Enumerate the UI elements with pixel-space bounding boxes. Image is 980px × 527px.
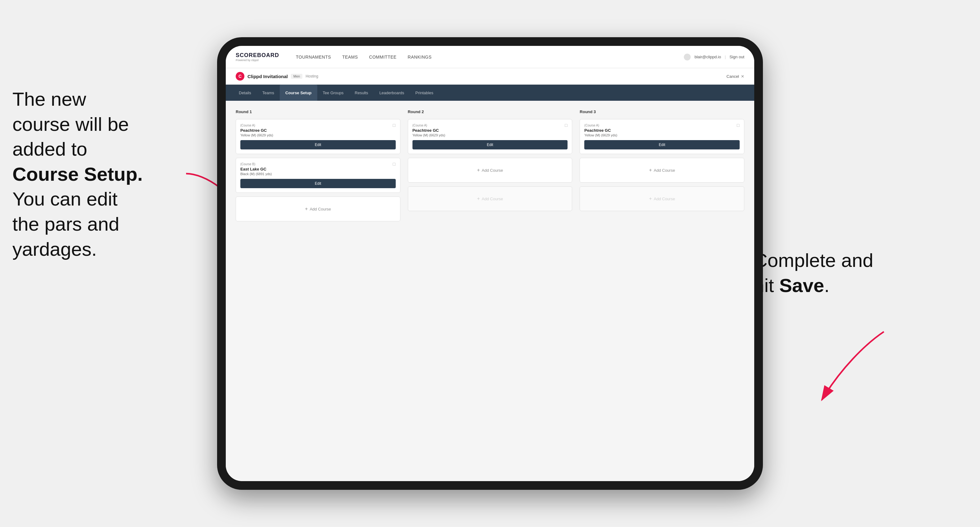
edit-course-a-r3-button[interactable]: Edit [584, 140, 740, 149]
add-course-r3-disabled-plus-icon: + [649, 196, 652, 202]
course-name-b-r1: East Lake GC [240, 167, 396, 171]
annotation-line-2: course will be [13, 113, 129, 135]
annotation-line-7: yardages. [13, 238, 97, 260]
course-info-a-r1: Yellow (M) (6629 yds) [240, 133, 396, 137]
nav-links: TOURNAMENTS TEAMS COMMITTEE RANKINGS [290, 46, 684, 68]
add-course-r3-button[interactable]: + Add Course [580, 158, 744, 183]
tournament-gender: Men [291, 74, 302, 79]
tab-course-setup[interactable]: Course Setup [280, 85, 317, 101]
tablet: SCOREBOARD Powered by clippd TOURNAMENTS… [217, 37, 763, 490]
annotation-line-3: added to [13, 138, 87, 160]
tab-tee-groups[interactable]: Tee Groups [317, 85, 349, 101]
sub-header-left: C Clippd Invitational Men Hosting [236, 72, 318, 81]
annotation-right-line1: Complete and [754, 249, 873, 271]
delete-course-a-r2-icon[interactable]: □ [563, 122, 569, 128]
clippd-logo: C [236, 72, 244, 81]
round-3-label: Round 3 [580, 110, 744, 114]
course-name-a-r1: Peachtree GC [240, 128, 396, 133]
tournament-name: Clippd Invitational [248, 74, 288, 79]
tab-details[interactable]: Details [233, 85, 257, 101]
course-badge-a-r1: (Course A) [240, 124, 396, 127]
annotation-line-5: You can edit [13, 188, 118, 210]
right-arrow [797, 325, 896, 406]
add-course-r1-label: Add Course [310, 207, 331, 211]
add-course-r2-disabled-plus-icon: + [477, 196, 480, 202]
tab-printables[interactable]: Printables [410, 85, 439, 101]
rounds-grid: Round 1 □ (Course A) Peachtree GC Yellow… [236, 110, 744, 221]
add-course-r2-plus-icon: + [477, 167, 480, 173]
add-course-r3-disabled-label: Add Course [654, 197, 675, 201]
round-3-column: Round 3 □ (Course A) Peachtree GC Yellow… [580, 110, 744, 221]
user-avatar [684, 54, 690, 60]
sign-out-link[interactable]: Sign out [729, 54, 744, 59]
nav-separator: | [725, 54, 726, 59]
edit-course-b-r1-button[interactable]: Edit [240, 179, 396, 188]
hosting-badge: Hosting [305, 74, 318, 78]
annotation-right-line2: hit Save. [754, 275, 830, 296]
left-annotation: The new course will be added to Course S… [13, 87, 186, 262]
add-course-r3-disabled: + Add Course [580, 186, 744, 211]
course-name-a-r3: Peachtree GC [584, 128, 740, 133]
delete-course-a-r1-icon[interactable]: □ [391, 122, 397, 128]
course-card-a-r2: □ (Course A) Peachtree GC Yellow (M) (66… [408, 119, 573, 154]
nav-rankings[interactable]: RANKINGS [402, 46, 437, 68]
top-nav: SCOREBOARD Powered by clippd TOURNAMENTS… [226, 46, 754, 68]
add-course-r1-button[interactable]: + Add Course [236, 197, 400, 221]
tab-bar: Details Teams Course Setup Tee Groups Re… [226, 85, 754, 101]
add-course-r3-label: Add Course [654, 168, 675, 173]
add-course-r2-label: Add Course [482, 168, 503, 173]
annotation-line-1: The new [13, 88, 86, 110]
course-badge-b-r1: (Course B) [240, 162, 396, 166]
tab-teams[interactable]: Teams [257, 85, 280, 101]
cancel-x-icon: ✕ [741, 74, 744, 79]
user-email: blair@clippd.io [694, 54, 721, 59]
add-course-r2-disabled-label: Add Course [482, 197, 503, 201]
course-badge-a-r2: (Course A) [412, 124, 568, 127]
round-1-label: Round 1 [236, 110, 400, 114]
annotation-line-4: Course Setup. [13, 163, 143, 185]
course-info-a-r3: Yellow (M) (6629 yds) [584, 133, 740, 137]
course-card-a-r1: □ (Course A) Peachtree GC Yellow (M) (66… [236, 119, 400, 154]
add-course-r2-button[interactable]: + Add Course [408, 158, 573, 183]
delete-course-b-r1-icon[interactable]: □ [391, 161, 397, 167]
course-card-b-r1: □ (Course B) East Lake GC Black (M) (689… [236, 158, 400, 193]
sub-header: C Clippd Invitational Men Hosting Cancel… [226, 68, 754, 85]
tab-leaderboards[interactable]: Leaderboards [374, 85, 410, 101]
cancel-button[interactable]: Cancel ✕ [727, 74, 744, 79]
course-info-b-r1: Black (M) (6891 yds) [240, 172, 396, 176]
nav-teams[interactable]: TEAMS [336, 46, 363, 68]
scoreboard-logo: SCOREBOARD Powered by clippd [236, 52, 279, 62]
edit-course-a-r2-button[interactable]: Edit [412, 140, 568, 149]
annotation-line-6: the pars and [13, 213, 119, 235]
cancel-label: Cancel [727, 74, 739, 79]
nav-right: blair@clippd.io | Sign out [684, 54, 744, 60]
add-course-r3-plus-icon: + [649, 167, 652, 173]
course-card-a-r3: □ (Course A) Peachtree GC Yellow (M) (66… [580, 119, 744, 154]
round-1-column: Round 1 □ (Course A) Peachtree GC Yellow… [236, 110, 400, 221]
course-badge-a-r3: (Course A) [584, 124, 740, 127]
edit-course-a-r1-button[interactable]: Edit [240, 140, 396, 149]
nav-committee[interactable]: COMMITTEE [363, 46, 402, 68]
nav-tournaments[interactable]: TOURNAMENTS [290, 46, 336, 68]
content-area: Round 1 □ (Course A) Peachtree GC Yellow… [226, 101, 754, 481]
add-course-r1-plus-icon: + [305, 206, 308, 212]
course-info-a-r2: Yellow (M) (6629 yds) [412, 133, 568, 137]
round-2-label: Round 2 [408, 110, 573, 114]
logo-sub: Powered by clippd [236, 59, 279, 62]
right-annotation: Complete and hit Save. [754, 248, 896, 298]
course-name-a-r2: Peachtree GC [412, 128, 568, 133]
delete-course-a-r3-icon[interactable]: □ [735, 122, 741, 128]
tablet-screen: SCOREBOARD Powered by clippd TOURNAMENTS… [226, 46, 754, 481]
tab-results[interactable]: Results [349, 85, 374, 101]
add-course-r2-disabled: + Add Course [408, 186, 573, 211]
logo-title: SCOREBOARD [236, 52, 279, 59]
round-2-column: Round 2 □ (Course A) Peachtree GC Yellow… [408, 110, 573, 221]
